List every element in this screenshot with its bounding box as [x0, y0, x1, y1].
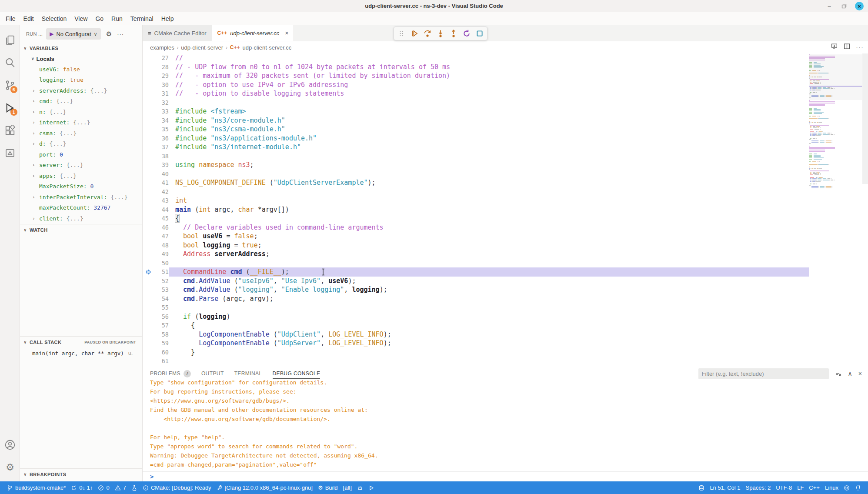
gutter-glyph[interactable] — [143, 89, 154, 98]
code-line[interactable]: 31// - option to disable logging stateme… — [143, 89, 868, 98]
tab-cmake-cache-editor[interactable]: ≡CMake Cache Editor — [143, 25, 212, 41]
status-item-git-branch[interactable]: buildsystem-cmake* — [4, 481, 68, 494]
minimize-button[interactable]: – — [825, 2, 833, 10]
code-line[interactable]: 48 bool logging = true; — [143, 241, 868, 250]
code-line[interactable]: 44main (int argc, char *argv[]) — [143, 205, 868, 214]
breadcrumb-item[interactable]: udp-client-server — [181, 44, 223, 51]
status-item-database[interactable] — [696, 485, 707, 491]
variables-header[interactable]: ∨ VARIABLES — [20, 43, 142, 53]
variable-row[interactable]: maxPacketCount: 32767 — [20, 203, 142, 214]
code-line[interactable]: 34#include "ns3/core-module.h" — [143, 116, 868, 125]
maximize-panel-icon[interactable]: ∧ — [848, 370, 852, 377]
gutter-glyph[interactable] — [143, 178, 154, 187]
status-item-info[interactable]: CMake: [Debug]: Ready — [140, 481, 214, 494]
status-item-play[interactable] — [366, 481, 377, 494]
code-line[interactable]: 28// - UDP flow from n0 to n1 of 1024 by… — [143, 63, 868, 72]
debug-configuration-dropdown[interactable]: ▶ No Configurat ∨ — [46, 28, 101, 40]
gutter-glyph[interactable] — [143, 303, 154, 312]
step-out-button[interactable] — [449, 29, 458, 38]
status-item-tools[interactable]: [Clang 12.0.0 x86_64-pc-linux-gnu] — [214, 481, 315, 494]
gutter-glyph[interactable] — [143, 80, 154, 90]
step-over-button[interactable] — [423, 29, 432, 38]
variable-row[interactable]: ›cmd: {...} — [20, 96, 142, 107]
status-item-feedback[interactable] — [841, 485, 852, 491]
gutter-glyph[interactable] — [143, 330, 154, 339]
code-line[interactable]: 53 cmd.AddValue ("logging", "Enable logg… — [143, 285, 868, 294]
code-line[interactable]: 42 — [143, 187, 868, 197]
code-line[interactable]: 32 — [143, 98, 868, 107]
gutter-glyph[interactable] — [143, 285, 154, 294]
status-item-flask[interactable] — [129, 481, 140, 494]
panel-tab-debug-console[interactable]: DEBUG CONSOLE — [273, 366, 320, 381]
gutter-glyph[interactable] — [143, 223, 154, 232]
stack-frame[interactable]: main(int argc, char ** argv) u. — [20, 347, 142, 359]
variable-row[interactable]: useV6: false — [20, 64, 142, 75]
code-line[interactable]: 39using namespace ns3; — [143, 160, 868, 170]
code-line[interactable]: 37#include "ns3/internet-module.h" — [143, 143, 868, 152]
variable-row[interactable]: ›csma: {...} — [20, 128, 142, 139]
panel-tab-output[interactable]: OUTPUT — [201, 366, 224, 381]
variable-row[interactable]: ›internet: {...} — [20, 117, 142, 128]
download-icon[interactable] — [831, 43, 838, 52]
code-line[interactable]: 35#include "ns3/csma-module.h" — [143, 125, 868, 134]
close-panel-icon[interactable]: × — [858, 370, 862, 377]
gutter-glyph[interactable] — [143, 107, 154, 116]
variable-row[interactable]: logging: true — [20, 75, 142, 86]
code-editor[interactable]: 27//28// - UDP flow from n0 to n1 of 102… — [143, 53, 868, 366]
sidebar-item-source-control[interactable]: 6 — [0, 74, 20, 97]
sidebar-item-explorer[interactable] — [0, 29, 20, 51]
gutter-glyph[interactable] — [143, 214, 154, 223]
code-line[interactable]: 59 LogComponentEnable ("UdpServer", LOG_… — [143, 339, 868, 348]
code-line[interactable]: 61 — [143, 357, 868, 366]
breadcrumb-item[interactable]: examples — [150, 44, 174, 51]
gutter-glyph[interactable] — [143, 339, 154, 348]
code-line[interactable]: 60 } — [143, 348, 868, 357]
more-actions-icon[interactable]: ··· — [117, 31, 124, 37]
panel-tab-terminal[interactable]: TERMINAL — [234, 366, 262, 381]
close-button[interactable]: × — [855, 2, 864, 10]
close-icon[interactable]: × — [285, 30, 288, 37]
breakpoints-header[interactable]: ∨ BREAKPOINTS — [20, 469, 142, 480]
code-line[interactable]: 57 { — [143, 321, 868, 330]
sidebar-item-extensions[interactable] — [0, 119, 20, 142]
call-stack-header[interactable]: ∨ CALL STACK PAUSED ON BREAKPOINT — [20, 337, 142, 347]
code-line[interactable]: 41NS_LOG_COMPONENT_DEFINE ("UdpClientSer… — [143, 178, 868, 187]
code-line[interactable]: 47 bool useV6 = false; — [143, 232, 868, 241]
gutter-glyph[interactable] — [143, 312, 154, 321]
account-button[interactable] — [0, 434, 20, 456]
gutter-glyph[interactable] — [143, 205, 154, 214]
gutter-glyph[interactable] — [143, 170, 154, 179]
gutter-glyph[interactable] — [143, 98, 154, 107]
vertical-scrollbar[interactable] — [862, 53, 868, 184]
variable-row[interactable]: ›client: {...} — [20, 213, 142, 224]
status-item-error[interactable]: 0 — [95, 481, 112, 494]
status-item[interactable]: UTF-8 — [773, 484, 795, 491]
panel-tab-problems[interactable]: PROBLEMS7 — [150, 366, 191, 381]
gutter-glyph[interactable] — [143, 196, 154, 205]
code-line[interactable]: 54 cmd.Parse (argc, argv); — [143, 294, 868, 304]
gutter-glyph[interactable] — [143, 259, 154, 268]
code-line[interactable]: 43int — [143, 196, 868, 205]
gutter-glyph[interactable] — [143, 321, 154, 330]
debug-settings-gear-icon[interactable]: ⚙ — [106, 30, 112, 38]
more-actions-icon[interactable]: ··· — [856, 43, 864, 51]
breadcrumb-item[interactable]: udp-client-server.cc — [243, 44, 292, 51]
gutter-glyph[interactable] — [143, 250, 154, 259]
code-line[interactable]: 55 — [143, 303, 868, 312]
tab-udp-client-server-cc[interactable]: C++udp-client-server.cc× — [212, 25, 294, 41]
step-into-button[interactable] — [436, 29, 445, 38]
gutter-glyph[interactable] — [143, 277, 154, 286]
gutter-glyph[interactable] — [143, 241, 154, 250]
variable-row[interactable]: port: 0 — [20, 149, 142, 160]
variable-row[interactable]: ›server: {...} — [20, 160, 142, 171]
menu-item-go[interactable]: Go — [91, 13, 107, 24]
debug-current-line-icon[interactable] — [143, 267, 154, 277]
split-editor-icon[interactable] — [843, 43, 851, 52]
code-line[interactable]: 38 — [143, 152, 868, 161]
status-item[interactable]: [all] — [341, 481, 354, 494]
maximize-button[interactable] — [840, 2, 848, 10]
status-item[interactable]: Linux — [822, 484, 841, 491]
status-item-bell[interactable] — [852, 485, 864, 491]
code-line[interactable]: 52 cmd.AddValue ("useIpv6", "Use Ipv6", … — [143, 277, 868, 286]
gutter-glyph[interactable] — [143, 294, 154, 304]
